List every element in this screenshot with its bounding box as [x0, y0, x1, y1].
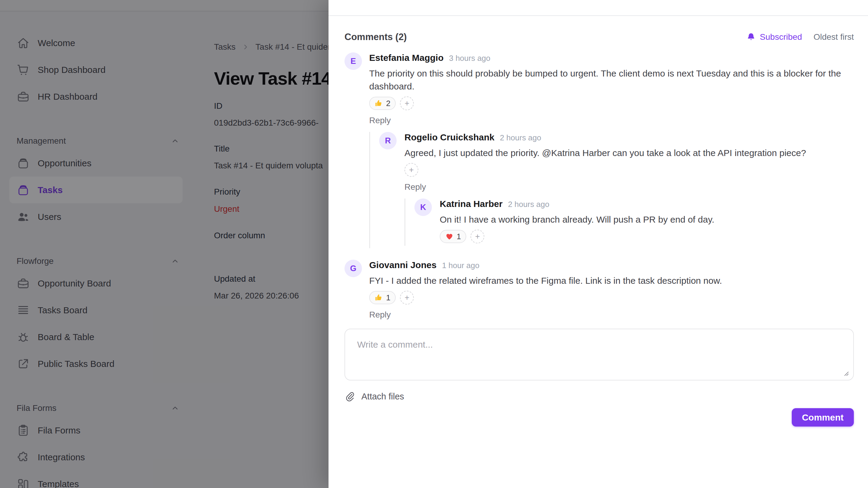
panel-header-strip [329, 0, 868, 16]
reply-link[interactable]: Reply [369, 310, 391, 320]
avatar: K [414, 198, 432, 216]
comment-header: Giovanni Jones 1 hour ago [369, 260, 854, 270]
comments-header: Comments (2) Subscribed Oldest first [344, 31, 854, 43]
comment-header: Rogelio Cruickshank 2 hours ago [404, 132, 854, 143]
comment-author: Rogelio Cruickshank [404, 132, 494, 143]
reactions-row: 1 + [440, 230, 854, 243]
bell-icon [746, 32, 756, 42]
comment-thread: E Estefania Maggio 3 hours ago The prior… [344, 53, 854, 248]
comment-header: Katrina Harber 2 hours ago [440, 198, 854, 209]
comment-thread: K Katrina Harber 2 hours ago On it! I ha… [414, 198, 854, 243]
add-reaction-button[interactable]: + [404, 163, 418, 177]
comment-body: The priority on this should probably be … [369, 67, 854, 93]
add-reaction-button[interactable]: + [470, 230, 484, 243]
avatar: R [379, 132, 397, 150]
reaction-count: 2 [386, 99, 390, 108]
comments-title: Comments (2) [344, 31, 407, 43]
comment-thread: R Rogelio Cruickshank 2 hours ago Agreed… [379, 132, 854, 246]
comment-author: Giovanni Jones [369, 260, 436, 270]
comment-timestamp: 3 hours ago [449, 54, 490, 63]
reactions-row: + [404, 163, 854, 177]
comment-content: Rogelio Cruickshank 2 hours ago Agreed, … [404, 132, 854, 246]
comment-thread: G Giovanni Jones 1 hour ago FYI - I adde… [344, 260, 854, 320]
attach-files-label: Attach files [361, 392, 404, 401]
comment-body: Agreed, I just updated the priority. @Ka… [404, 147, 854, 159]
comment-timestamp: 2 hours ago [508, 200, 549, 209]
reactions-row: 1 + [369, 291, 854, 304]
comments-panel: Comments (2) Subscribed Oldest first E E… [329, 0, 868, 488]
comment-timestamp: 1 hour ago [442, 261, 479, 270]
replies-thread: K Katrina Harber 2 hours ago On it! I ha… [404, 198, 854, 246]
app-screen: Welcome Shop Dashboard HR Dashboard Mana… [0, 0, 868, 488]
avatar: G [344, 260, 362, 277]
avatar: E [344, 53, 362, 70]
comment-composer [344, 329, 854, 381]
comments-controls: Subscribed Oldest first [746, 32, 854, 42]
reply-link[interactable]: Reply [369, 116, 391, 125]
comment-content: Katrina Harber 2 hours ago On it! I have… [440, 198, 854, 243]
reaction-thumbs-up[interactable]: 1 [369, 291, 396, 304]
reaction-heart[interactable]: 1 [440, 230, 466, 243]
panel-body: Comments (2) Subscribed Oldest first E E… [329, 16, 868, 427]
paperclip-icon [344, 391, 355, 401]
subscribe-label: Subscribed [760, 32, 802, 42]
add-reaction-button[interactable]: + [400, 291, 414, 304]
reaction-thumbs-up[interactable]: 2 [369, 97, 396, 110]
comment-timestamp: 2 hours ago [500, 133, 541, 142]
reaction-count: 1 [386, 293, 390, 302]
comment-input[interactable] [344, 329, 854, 381]
comment-body: On it! I have a working branch already. … [440, 213, 854, 226]
resize-handle[interactable] [842, 369, 849, 377]
reply-link[interactable]: Reply [404, 182, 426, 192]
subscribe-toggle[interactable]: Subscribed [746, 32, 802, 42]
comment-submit-button[interactable]: Comment [792, 408, 854, 427]
add-reaction-button[interactable]: + [400, 96, 414, 110]
reaction-count: 1 [457, 232, 461, 241]
comment-author: Katrina Harber [440, 198, 502, 209]
panel-footer: Comment [344, 408, 854, 427]
comment-author: Estefania Maggio [369, 53, 444, 63]
comment-content: Giovanni Jones 1 hour ago FYI - I added … [369, 260, 854, 320]
comment-body: FYI - I added the related wireframes to … [369, 274, 854, 287]
replies-thread: R Rogelio Cruickshank 2 hours ago Agreed… [369, 132, 854, 248]
sort-order-toggle[interactable]: Oldest first [813, 32, 854, 42]
reactions-row: 2 + [369, 96, 854, 110]
attach-files-button[interactable]: Attach files [344, 391, 404, 401]
thumbs-up-icon [375, 293, 383, 302]
comment-header: Estefania Maggio 3 hours ago [369, 53, 854, 63]
comment-content: Estefania Maggio 3 hours ago The priorit… [369, 53, 854, 248]
thumbs-up-icon [375, 99, 383, 107]
heart-icon [445, 232, 454, 241]
